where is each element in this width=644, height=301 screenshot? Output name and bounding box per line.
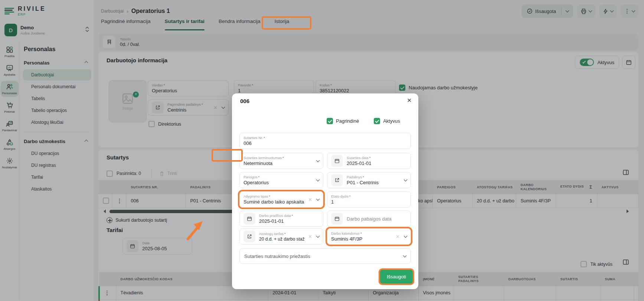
close-icon[interactable]: ✕ <box>407 97 412 104</box>
clear-icon[interactable]: ✕ <box>308 234 312 239</box>
darbo-kalendorius-select[interactable]: Darbo kalendoriusSuminis 4F/3P ✕ <box>327 228 411 245</box>
atostogu-tarifas-select[interactable]: Atostogų tarifas20 d.d. + už darbo stažą… <box>239 228 323 245</box>
annotation-arrow <box>183 216 209 242</box>
darbo-pradzios-data-field[interactable]: Darbo pradžios data2025-01-01 <box>239 211 323 227</box>
chevron-down-icon[interactable] <box>316 178 320 182</box>
clear-icon[interactable]: ✕ <box>308 197 312 202</box>
chevron-down-icon[interactable] <box>316 197 320 201</box>
external-link-icon[interactable] <box>243 231 255 242</box>
save-button[interactable]: Išsaugoti <box>380 270 413 284</box>
sutarties-data-field[interactable]: Sutarties data2025-01-01 <box>327 153 411 169</box>
chevron-down-icon[interactable] <box>316 234 320 238</box>
terminuotumas-select[interactable]: Sutarties terminuotumasNeterminuota <box>239 153 323 169</box>
atlyginimo-tipas-select[interactable]: Atlyginimo tipasSuminė darbo laiko apska… <box>239 191 323 208</box>
calendar-icon[interactable] <box>331 155 343 167</box>
active-contract-checkbox-row[interactable]: Aktyvus <box>374 118 400 124</box>
main-contract-checkbox-row[interactable]: Pagrindinė <box>327 118 359 124</box>
nutraukimo-priezastis-select[interactable]: Sutarties nutraukimo priežastis <box>239 248 411 264</box>
clear-icon[interactable]: ✕ <box>396 234 400 239</box>
annotation-tab-highlight <box>262 16 311 30</box>
active-contract-checkbox[interactable] <box>374 118 380 124</box>
padalinys-select[interactable]: PadalinysP01 - Centrinis <box>327 172 411 188</box>
sutarties-nr-field[interactable]: Sutarties Nr.006 <box>239 133 411 149</box>
chevron-down-icon[interactable] <box>404 234 408 238</box>
contract-modal: 006 ✕ Pagrindinė Aktyvus Sutarties Nr.00… <box>232 93 418 289</box>
annotation-sutartys-highlight <box>212 149 243 162</box>
pareigos-select[interactable]: PareigosOperatorius <box>239 172 323 188</box>
modal-title: 006 <box>240 98 249 104</box>
calendar-icon[interactable] <box>331 213 343 225</box>
main-contract-checkbox[interactable] <box>327 118 333 124</box>
calendar-icon[interactable] <box>243 213 255 225</box>
chevron-down-icon[interactable] <box>316 159 320 162</box>
darbo-pabaigos-data-field[interactable]: Darbo pabaigos data <box>327 211 411 227</box>
chevron-down-icon[interactable] <box>403 254 407 258</box>
chevron-down-icon[interactable] <box>404 178 408 182</box>
etato-dydis-field[interactable]: Etato dydis1 <box>327 191 411 208</box>
external-link-icon[interactable] <box>331 174 343 186</box>
